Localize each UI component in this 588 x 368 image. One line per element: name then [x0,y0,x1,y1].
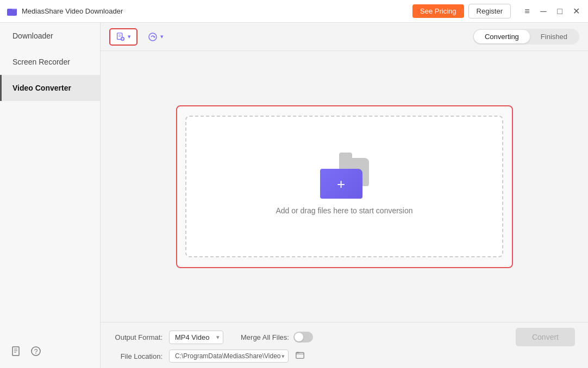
convert-icon [147,31,158,42]
app-icon [7,6,17,17]
open-folder-icon [295,350,305,360]
svg-rect-1 [12,347,19,356]
file-location-label: File Location: [114,352,162,360]
add-file-icon [116,32,126,42]
convert-button[interactable]: Convert [516,328,575,346]
convert-settings-dropdown-arrow: ▾ [160,33,164,40]
add-file-button[interactable]: ▾ [109,28,137,46]
window-controls: ≡ ─ □ ✕ [522,6,581,17]
drop-zone-text: Add or drag files here to start conversi… [276,206,412,215]
sidebar-item-video-converter[interactable]: Video Converter [0,75,100,101]
main-layout: Downloader Screen Recorder Video Convert… [0,23,588,368]
title-bar: MediasShare Video Downloader See Pricing… [0,0,588,23]
convert-button-wrapper: Convert [516,328,575,346]
sidebar-item-screen-recorder[interactable]: Screen Recorder [0,49,100,75]
merge-all-files-label: Merge All Files: [241,333,289,341]
see-pricing-button[interactable]: See Pricing [412,4,464,18]
tab-finished[interactable]: Finished [530,30,578,43]
file-location-select[interactable]: C:\ProgramData\MediasShare\Video Downloa [169,350,289,363]
sidebar-item-downloader[interactable]: Downloader [0,23,100,49]
bottom-bar: Output Format: MP4 Video AVI MOV MKV MP3… [101,322,588,368]
svg-rect-15 [296,353,304,359]
sidebar-bottom: ? [0,337,100,368]
drop-zone-inner[interactable]: + Add or drag files here to start conver… [185,116,503,257]
content-area: ▾ ▾ Converting Finished [101,23,588,368]
output-format-select-wrapper[interactable]: MP4 Video AVI MOV MKV MP3 Audio [169,331,223,344]
maximize-button[interactable]: □ [554,6,565,17]
app-title: MediasShare Video Downloader [22,7,123,15]
merge-toggle-switch[interactable] [293,332,313,342]
close-button[interactable]: ✕ [571,6,581,17]
convert-settings-button[interactable]: ▾ [142,29,169,45]
minimize-button[interactable]: ─ [538,6,549,17]
tab-converting[interactable]: Converting [474,30,530,43]
tab-switcher: Converting Finished [473,29,579,45]
drop-zone-outer[interactable]: + Add or drag files here to start conver… [176,105,513,268]
bottom-row-location: File Location: C:\ProgramData\MediasShar… [114,350,575,363]
sidebar: Downloader Screen Recorder Video Convert… [0,23,101,368]
bottom-row-format: Output Format: MP4 Video AVI MOV MKV MP3… [114,328,575,346]
add-file-dropdown-arrow: ▾ [128,33,131,40]
title-bar-left: MediasShare Video Downloader [7,6,294,17]
menu-button[interactable]: ≡ [522,6,533,17]
svg-text:?: ? [34,348,38,356]
folder-plus-icon: + [337,177,345,191]
folder-icon: + [320,158,369,199]
output-format-select[interactable]: MP4 Video AVI MOV MKV MP3 Audio [169,331,223,344]
toolbar: ▾ ▾ Converting Finished [101,23,588,51]
merge-all-files-toggle: Merge All Files: [241,332,313,342]
register-button[interactable]: Register [468,4,511,18]
book-icon[interactable] [11,346,22,359]
svg-point-14 [154,36,155,37]
folder-front: + [320,169,362,199]
file-location-select-wrapper[interactable]: C:\ProgramData\MediasShare\Video Downloa [169,350,289,363]
help-icon[interactable]: ? [30,346,41,359]
title-bar-actions: See Pricing Register ≡ ─ □ ✕ [294,4,581,18]
output-format-label: Output Format: [114,333,162,341]
browse-folder-button[interactable] [295,350,305,362]
drop-zone-wrapper: + Add or drag files here to start conver… [101,51,588,322]
svg-point-13 [149,33,157,41]
